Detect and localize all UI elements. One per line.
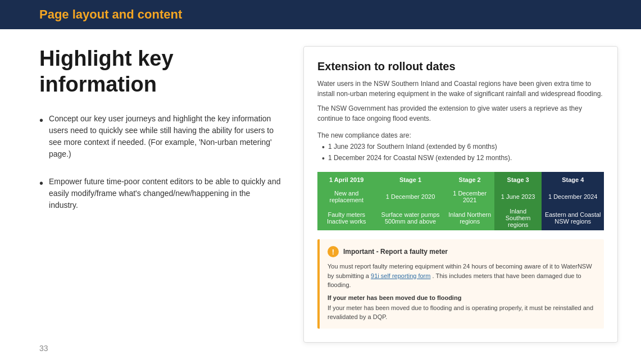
content-card: Extension to rollout dates Water users i… bbox=[303, 46, 618, 343]
warning-sub-body: If your meter has been moved due to floo… bbox=[328, 303, 596, 322]
table-header-stage2: Stage 2 bbox=[445, 172, 494, 188]
right-column: Extension to rollout dates Water users i… bbox=[303, 46, 618, 353]
card-intro-2: The NSW Government has provided the exte… bbox=[317, 103, 604, 124]
page-title: Page layout and content bbox=[39, 7, 182, 22]
bullet-list: • Concept our key user journeys and high… bbox=[39, 113, 281, 211]
table-header-stage1: Stage 1 bbox=[376, 172, 445, 188]
table-cell: Surface water pumps 500mm and above bbox=[376, 206, 445, 230]
table-cell: 1 December 2020 bbox=[376, 188, 445, 206]
warning-link[interactable]: 91i self reporting form bbox=[371, 272, 430, 279]
table-cell: 1 December 2024 bbox=[542, 188, 604, 206]
page-number: 33 bbox=[39, 338, 281, 353]
card-title: Extension to rollout dates bbox=[317, 60, 604, 73]
list-item: • Empower future time-poor content edito… bbox=[39, 176, 281, 211]
warning-header: ! Important - Report a faulty meter bbox=[328, 246, 596, 257]
table-cell: 1 December 2021 bbox=[445, 188, 494, 206]
warning-title: Important - Report a faulty meter bbox=[343, 248, 448, 256]
table-cell: Inland Northern regions bbox=[445, 206, 494, 230]
header-bar: Page layout and content bbox=[0, 0, 641, 29]
compliance-label: The new compliance dates are: bbox=[317, 131, 604, 139]
warning-box: ! Important - Report a faulty meter You … bbox=[317, 239, 604, 329]
compliance-date-item: 1 June 2023 for Southern Inland (extende… bbox=[322, 143, 604, 152]
table-cell: Faulty meters Inactive works bbox=[317, 206, 376, 230]
main-content: Highlight key information • Concept our … bbox=[0, 29, 641, 364]
table-header-stage3: Stage 3 bbox=[494, 172, 542, 188]
table-header-stage4: Stage 4 bbox=[542, 172, 604, 188]
left-column: Highlight key information • Concept our … bbox=[39, 46, 281, 353]
warning-icon: ! bbox=[328, 246, 339, 257]
table-cell: Inland Southern regions bbox=[494, 206, 542, 230]
warning-subheading: If your meter has been moved due to floo… bbox=[328, 294, 596, 301]
table-cell: Eastern and Coastal NSW regions bbox=[542, 206, 604, 230]
table-header-april: 1 April 2019 bbox=[317, 172, 376, 188]
warning-body: You must report faulty metering equipmen… bbox=[328, 262, 596, 290]
highlight-heading: Highlight key information bbox=[39, 46, 281, 97]
compliance-dates-list: 1 June 2023 for Southern Inland (extende… bbox=[317, 143, 604, 163]
card-intro-1: Water users in the NSW Southern Inland a… bbox=[317, 79, 604, 99]
list-item: • Concept our key user journeys and high… bbox=[39, 113, 281, 160]
table-cell: New and replacement bbox=[317, 188, 376, 206]
stage-table: 1 April 2019 Stage 1 Stage 2 Stage 3 Sta… bbox=[317, 172, 604, 230]
table-cell: 1 June 2023 bbox=[494, 188, 542, 206]
bullet-dot: • bbox=[39, 112, 43, 129]
bullet-dot: • bbox=[39, 175, 43, 192]
compliance-date-item: 1 December 2024 for Coastal NSW (extende… bbox=[322, 154, 604, 163]
